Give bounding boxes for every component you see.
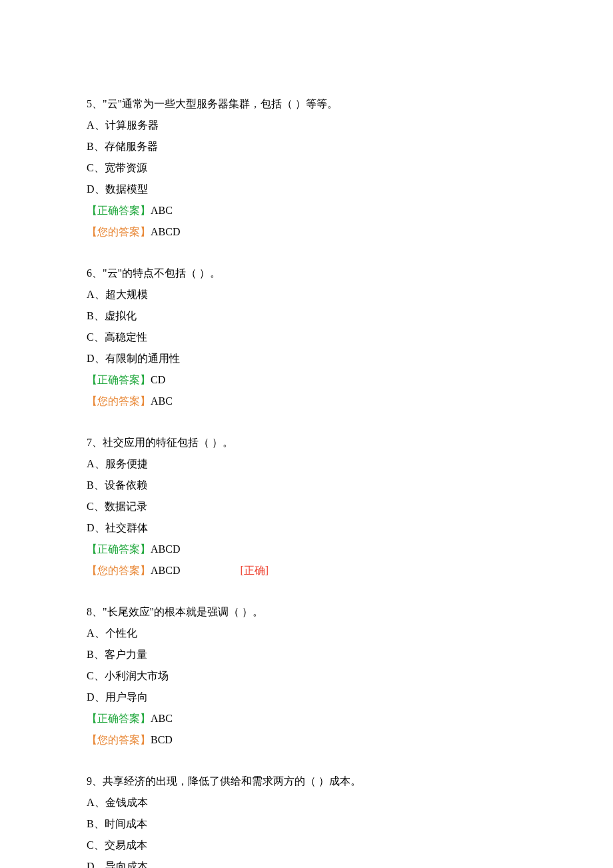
your-answer-label: 【您的答案】 bbox=[87, 734, 151, 745]
question-stem: 5、"云"通常为一些大型服务器集群，包括（ ）等等。 bbox=[87, 93, 526, 115]
question-option: B、存储服务器 bbox=[87, 136, 526, 157]
your-answer-line: 【您的答案】ABC bbox=[87, 391, 526, 412]
correct-answer-label: 【正确答案】 bbox=[87, 713, 151, 724]
question-stem: 8、"长尾效应"的根本就是强调（ ）。 bbox=[87, 601, 526, 623]
question-option: D、用户导向 bbox=[87, 687, 526, 708]
question-block: 8、"长尾效应"的根本就是强调（ ）。A、个性化B、客户力量C、小利润大市场D、… bbox=[87, 601, 526, 751]
question-option: C、高稳定性 bbox=[87, 327, 526, 348]
question-option: C、宽带资源 bbox=[87, 157, 526, 179]
question-list: 5、"云"通常为一些大型服务器集群，包括（ ）等等。A、计算服务器B、存储服务器… bbox=[87, 93, 526, 868]
correct-answer-label: 【正确答案】 bbox=[87, 205, 151, 216]
status-correct-badge: [正确] bbox=[240, 560, 269, 581]
your-answer-value: ABC bbox=[151, 395, 173, 407]
question-option: B、设备依赖 bbox=[87, 475, 526, 496]
your-answer-label: 【您的答案】 bbox=[87, 226, 151, 237]
your-answer-line: 【您的答案】ABCD bbox=[87, 221, 526, 243]
question-option: A、计算服务器 bbox=[87, 115, 526, 136]
question-option: C、小利润大市场 bbox=[87, 665, 526, 687]
question-block: 7、社交应用的特征包括（ ）。A、服务便捷B、设备依赖C、数据记录D、社交群体【… bbox=[87, 432, 526, 581]
your-answer-value: ABCD bbox=[151, 565, 180, 576]
question-option: B、客户力量 bbox=[87, 644, 526, 665]
question-block: 6、"云"的特点不包括（ ）。A、超大规模B、虚拟化C、高稳定性D、有限制的通用… bbox=[87, 263, 526, 412]
question-block: 9、共享经济的出现，降低了供给和需求两方的（ ）成本。A、金钱成本B、时间成本C… bbox=[87, 771, 526, 868]
question-block: 5、"云"通常为一些大型服务器集群，包括（ ）等等。A、计算服务器B、存储服务器… bbox=[87, 93, 526, 243]
question-stem: 7、社交应用的特征包括（ ）。 bbox=[87, 432, 526, 453]
correct-answer-value: CD bbox=[151, 374, 165, 385]
correct-answer-line: 【正确答案】ABCD bbox=[87, 539, 526, 560]
question-option: D、有限制的通用性 bbox=[87, 348, 526, 369]
question-option: D、导向成本 bbox=[87, 856, 526, 868]
question-option: D、数据模型 bbox=[87, 179, 526, 200]
question-option: A、超大规模 bbox=[87, 284, 526, 305]
question-option: B、虚拟化 bbox=[87, 305, 526, 327]
your-answer-label: 【您的答案】 bbox=[87, 395, 151, 407]
question-option: A、个性化 bbox=[87, 623, 526, 644]
correct-answer-value: ABC bbox=[151, 205, 173, 216]
question-stem: 6、"云"的特点不包括（ ）。 bbox=[87, 263, 526, 284]
your-answer-value: BCD bbox=[151, 734, 173, 745]
question-option: C、交易成本 bbox=[87, 835, 526, 856]
question-option: C、数据记录 bbox=[87, 496, 526, 517]
question-stem: 9、共享经济的出现，降低了供给和需求两方的（ ）成本。 bbox=[87, 771, 526, 792]
your-answer-line: 【您的答案】ABCD[正确] bbox=[87, 560, 526, 581]
correct-answer-label: 【正确答案】 bbox=[87, 543, 151, 555]
correct-answer-line: 【正确答案】CD bbox=[87, 369, 526, 391]
correct-answer-label: 【正确答案】 bbox=[87, 374, 151, 385]
correct-answer-value: ABCD bbox=[151, 543, 180, 555]
question-option: B、时间成本 bbox=[87, 813, 526, 835]
question-option: A、金钱成本 bbox=[87, 792, 526, 813]
your-answer-value: ABCD bbox=[151, 226, 180, 237]
question-option: A、服务便捷 bbox=[87, 453, 526, 475]
correct-answer-value: ABC bbox=[151, 713, 173, 724]
your-answer-label: 【您的答案】 bbox=[87, 565, 151, 576]
correct-answer-line: 【正确答案】ABC bbox=[87, 708, 526, 729]
your-answer-line: 【您的答案】BCD bbox=[87, 729, 526, 751]
question-option: D、社交群体 bbox=[87, 517, 526, 539]
correct-answer-line: 【正确答案】ABC bbox=[87, 200, 526, 221]
